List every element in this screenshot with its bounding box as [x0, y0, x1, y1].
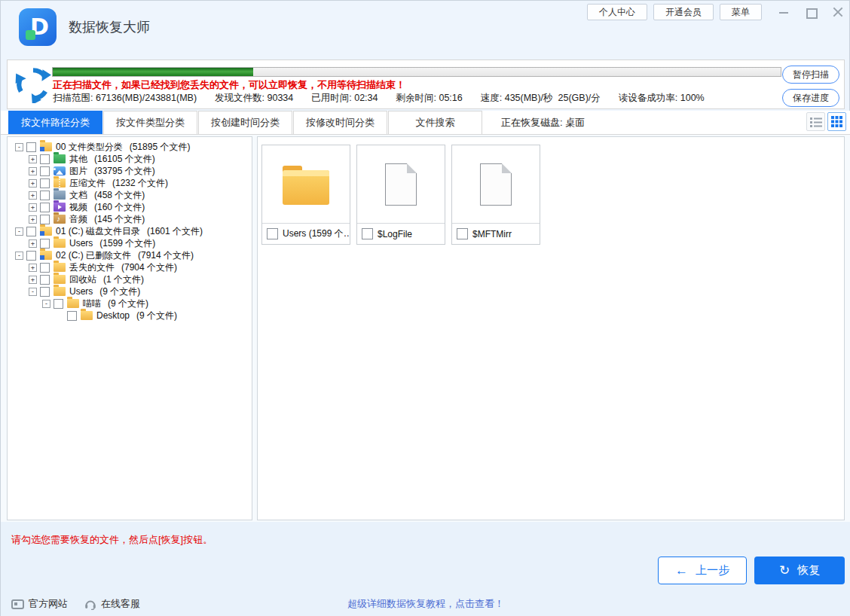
tree-checkbox[interactable] — [40, 287, 50, 297]
tree-row[interactable]: - Users (9 个文件) — [8, 285, 252, 297]
expander-icon[interactable]: - — [29, 288, 37, 296]
tree-row[interactable]: + 压缩文件 (1232 个文件) — [8, 177, 252, 189]
tab-bar: 按文件路径分类 按文件类型分类 按创建时间分类 按修改时间分类 文件搜索 正在恢… — [1, 111, 850, 135]
tree-checkbox[interactable] — [40, 166, 50, 176]
tab[interactable]: 按文件路径分类 — [8, 111, 102, 134]
footer-links: 官方网站 在线客服 超级详细数据恢复教程，点击查看！ — [1, 594, 850, 614]
expander-icon[interactable]: + — [29, 264, 37, 272]
back-button[interactable]: ← 上一步 — [658, 557, 747, 584]
tree-item-count: (33795 个文件) — [94, 165, 155, 178]
scan-stat: 读设备成功率: 100% — [619, 92, 705, 105]
expander-icon[interactable]: + — [29, 203, 37, 212]
recover-button[interactable]: ↻ 恢复 — [754, 557, 845, 584]
main-area: - 00 文件类型分类 (51895 个文件) + 其他 (16105 个文件)… — [1, 135, 850, 522]
tree-row[interactable]: - 00 文件类型分类 (51895 个文件) — [8, 141, 252, 153]
file-checkbox[interactable] — [362, 228, 373, 239]
tree-item-label: 文档 — [69, 189, 87, 202]
logo-green-square — [26, 30, 35, 40]
official-site-link[interactable]: 官方网站 — [11, 597, 68, 611]
tree-item-count: (1601 个文件) — [147, 225, 203, 238]
scan-progress-bar — [52, 67, 781, 77]
tree-item-icon — [40, 251, 52, 260]
tree-checkbox[interactable] — [40, 191, 50, 200]
minimize-icon[interactable] — [778, 7, 789, 17]
tree-item-label: 喵喵 — [83, 297, 101, 310]
tree-checkbox[interactable] — [40, 203, 50, 212]
file-tile[interactable]: $MFTMirr — [451, 145, 540, 245]
tree-row[interactable]: + 回收站 (1 个文件) — [8, 273, 252, 285]
expander-icon[interactable]: - — [15, 252, 23, 260]
tab[interactable]: 按创建时间分类 — [198, 111, 292, 134]
tree-item-icon — [40, 142, 52, 151]
online-service-link[interactable]: 在线客服 — [84, 597, 140, 611]
tree-checkbox[interactable] — [26, 142, 36, 152]
file-icon — [480, 163, 512, 206]
maximize-icon[interactable] — [806, 7, 816, 17]
tree-checkbox[interactable] — [40, 239, 50, 249]
expander-icon[interactable]: + — [29, 239, 37, 248]
file-tile[interactable]: $LogFile — [356, 145, 445, 245]
tree-checkbox[interactable] — [67, 311, 77, 321]
tree-checkbox[interactable] — [54, 299, 63, 309]
save-progress-button[interactable]: 保存进度 — [782, 89, 839, 107]
grid-view-icon[interactable] — [827, 112, 846, 131]
expander-icon[interactable]: + — [29, 191, 37, 200]
tree-checkbox[interactable] — [26, 227, 36, 236]
expander-icon[interactable]: + — [29, 155, 37, 163]
titlebar-button[interactable]: 个人中心 — [587, 4, 647, 20]
tree-row[interactable]: + 音频 (145 个文件) — [8, 213, 252, 225]
tree-row[interactable]: + 文档 (458 个文件) — [8, 189, 252, 201]
file-checkbox[interactable] — [457, 228, 468, 239]
expander-icon[interactable]: + — [29, 215, 37, 224]
tab[interactable]: 按文件类型分类 — [103, 111, 197, 134]
tree-item-icon — [81, 311, 93, 320]
tree-row[interactable]: - 02 (C:) 已删除文件 (7914 个文件) — [8, 249, 252, 261]
tree-row[interactable]: + Users (1599 个文件) — [8, 237, 252, 249]
tree-item-label: 丢失的文件 — [69, 261, 115, 274]
tree-checkbox[interactable] — [40, 215, 50, 224]
titlebar-button[interactable]: 菜单 — [720, 4, 762, 20]
file-tile[interactable]: Users (1599 个… — [261, 145, 350, 245]
list-view-icon[interactable] — [806, 112, 825, 131]
tree-item-icon — [54, 166, 66, 175]
tree-checkbox[interactable] — [26, 251, 36, 261]
expander-icon[interactable]: - — [15, 143, 23, 151]
tree-item-icon — [54, 239, 66, 248]
scan-stat: 速度: 435(MB)/秒 25(GB)/分 — [481, 92, 601, 105]
refresh-icon: ↻ — [779, 564, 790, 577]
expander-icon[interactable]: - — [15, 227, 23, 236]
tree-checkbox[interactable] — [40, 178, 50, 188]
files-panel: Users (1599 个… $LogFile — [257, 136, 845, 520]
tree-row[interactable]: - 喵喵 (9 个文件) — [8, 297, 252, 310]
tree-checkbox[interactable] — [40, 263, 50, 273]
file-checkbox[interactable] — [267, 228, 278, 239]
tutorial-link[interactable]: 超级详细数据恢复教程，点击查看！ — [347, 597, 504, 611]
tree-row[interactable]: - 01 (C:) 磁盘文件目录 (1601 个文件) — [8, 225, 252, 237]
tree-item-icon — [67, 299, 79, 308]
recovering-disk-label: 正在恢复磁盘: 桌面 — [501, 116, 585, 130]
close-icon[interactable] — [833, 7, 843, 17]
tree-checkbox[interactable] — [40, 154, 50, 164]
expander-icon[interactable]: + — [29, 179, 37, 188]
tree-item-count: (7904 个文件) — [121, 261, 177, 274]
tree-row[interactable]: + 图片 (33795 个文件) — [8, 165, 252, 177]
tree-item-count: (9 个文件) — [108, 297, 148, 310]
tab[interactable]: 按修改时间分类 — [293, 111, 387, 134]
tree-row[interactable]: + 丢失的文件 (7904 个文件) — [8, 261, 252, 273]
tree-row[interactable]: + 视频 (160 个文件) — [8, 201, 252, 213]
expander-icon[interactable]: + — [29, 276, 37, 284]
pause-scan-button[interactable]: 暂停扫描 — [782, 66, 839, 84]
scan-status-card: 正在扫描文件，如果已经找到您丢失的文件，可以立即恢复，不用等待扫描结束！ 扫描范… — [7, 59, 845, 109]
expander-icon[interactable]: + — [29, 167, 37, 175]
tree-row[interactable]: + 其他 (16105 个文件) — [8, 153, 252, 165]
tree-row[interactable]: Desktop (9 个文件) — [8, 310, 252, 322]
expander-icon[interactable]: - — [42, 300, 50, 308]
tree-checkbox[interactable] — [40, 275, 50, 285]
bottom-bar: 请勾选您需要恢复的文件，然后点[恢复]按钮。 ← 上一步 ↻ 恢复 官方网站 在… — [1, 522, 850, 616]
tree-item-label: Users — [69, 286, 93, 297]
tab[interactable]: 文件搜索 — [388, 111, 482, 134]
tree-item-icon — [54, 287, 66, 296]
tree-item-count: (1232 个文件) — [112, 177, 168, 190]
tree-item-label: 回收站 — [69, 273, 96, 286]
titlebar-button[interactable]: 开通会员 — [653, 4, 714, 20]
